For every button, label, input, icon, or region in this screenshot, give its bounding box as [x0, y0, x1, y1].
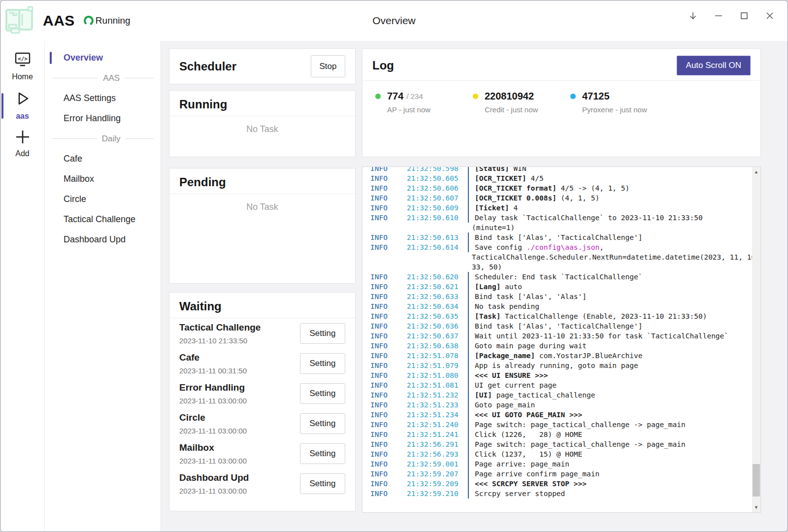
maximize-icon[interactable] — [731, 4, 757, 27]
log-line: INFO21:32:50.614Save config ./config\aas… — [366, 242, 760, 252]
log-message: Bind task ['Alas', 'Alas'] — [475, 292, 587, 301]
log-separator — [468, 203, 469, 213]
log-level: INFO — [366, 233, 407, 242]
log-line: INFO21:32:56.293Click (1237, 15) @ HOME — [366, 449, 760, 459]
log-separator — [468, 370, 469, 380]
log-message: Click (1237, 15) @ HOME — [475, 449, 582, 459]
log-message: <<< UI GOTO PAGE_MAIN >>> — [475, 410, 582, 420]
subnav-item-error-handling[interactable]: Error Handling — [45, 108, 161, 129]
log-level: INFO — [366, 301, 407, 311]
subnav-item-overview[interactable]: Overview — [45, 48, 161, 68]
log-level: INFO — [366, 213, 407, 223]
log-line: INFO21:32:59.207Page arrive confirm page… — [366, 469, 760, 479]
log-timestamp: 21:32:50.598 — [407, 166, 468, 173]
app-logo-icon — [4, 5, 36, 36]
subnav-item-cafe[interactable]: Cafe — [45, 149, 161, 169]
subnav-item-dashboard-upd[interactable]: Dashboard Upd — [45, 230, 161, 250]
auto-scroll-button[interactable]: Auto Scroll ON — [677, 56, 751, 75]
log-line: INFO21:32:51.081UI get current page — [366, 380, 760, 390]
waiting-title: Waiting — [179, 299, 222, 313]
running-card: Running No Task — [169, 90, 356, 157]
scroll-up-icon[interactable]: ▲ — [752, 168, 760, 176]
log-scrollbar[interactable]: ▲ ▼ — [752, 167, 760, 512]
waiting-task-time: 2023-11-11 03:00:00 — [179, 397, 300, 405]
log-timestamp: 21:32:50.621 — [407, 282, 468, 292]
log-timestamp: 21:32:50.614 — [407, 242, 468, 252]
subnav-item-tactical-challenge[interactable]: Tactical Challenge — [45, 209, 161, 230]
log-timestamp: 21:32:50.605 — [407, 173, 468, 183]
log-separator — [468, 331, 469, 341]
code-monitor-icon: </> — [14, 52, 32, 69]
log-line: INFO21:32:50.635[Task] TacticalChallenge… — [366, 311, 760, 321]
log-level: INFO — [366, 183, 407, 193]
rail-item-aas[interactable]: aas — [0, 86, 44, 126]
log-line: (minute=1) — [366, 223, 760, 233]
subnav-item-mailbox[interactable]: Mailbox — [45, 169, 161, 189]
scrollbar-thumb[interactable] — [753, 464, 760, 497]
log-line: TacticalChallenge.Scheduler.NextRun=date… — [366, 252, 760, 262]
setting-button[interactable]: Setting — [300, 323, 345, 344]
log-line: INFO21:32:51.241Click (1226, 28) @ HOME — [366, 430, 760, 439]
log-level: INFO — [366, 292, 407, 301]
log-message: No task pending — [475, 301, 539, 311]
log-line: INFO21:32:51.079App is already running, … — [366, 361, 760, 370]
log-message: Bind task ['Alas', 'TacticalChallenge'] — [475, 233, 642, 242]
log-title: Log — [372, 59, 677, 72]
log-timestamp: 21:32:50.635 — [407, 311, 468, 321]
rail-item-home[interactable]: </> Home — [0, 48, 44, 86]
log-separator — [468, 173, 469, 183]
log-timestamp: 21:32:51.080 — [407, 370, 468, 380]
rail-item-label: Add — [15, 149, 29, 158]
log-separator — [468, 213, 469, 223]
log-separator — [468, 459, 469, 469]
log-line: INFO21:32:51.240Page switch: page_tactic… — [366, 420, 760, 430]
log-line: INFO21:32:59.210Scrcpy server stopped — [366, 489, 760, 499]
log-level: INFO — [366, 380, 407, 390]
log-timestamp: 21:32:51.232 — [407, 390, 468, 400]
log-line: INFO21:32:50.638Goto main page during wa… — [366, 341, 760, 351]
subnav: OverviewAASAAS SettingsError HandlingDai… — [44, 41, 161, 532]
log-stats: 774 / 234 AP - just now 220810942 Credit… — [362, 81, 760, 114]
stop-button[interactable]: Stop — [311, 55, 345, 77]
log-timestamp: 21:32:50.638 — [407, 341, 468, 351]
log-message: Wait until 2023-11-10 21:33:50 for task … — [475, 331, 728, 341]
scroll-down-icon[interactable]: ▼ — [752, 503, 760, 511]
log-message: [Ticket] 4 — [475, 203, 518, 213]
log-level: INFO — [366, 430, 407, 439]
log-message: [UI] page_tactical_challenge — [475, 390, 595, 400]
setting-button[interactable]: Setting — [300, 443, 345, 464]
log-separator — [468, 311, 469, 321]
waiting-task-row: Circle2023-11-11 03:00:00Setting — [169, 408, 355, 438]
waiting-task-time: 2023-11-10 21:33:50 — [179, 336, 300, 345]
setting-button[interactable]: Setting — [300, 473, 345, 494]
log-timestamp: 21:32:51.240 — [407, 420, 468, 430]
log-timestamp: 21:32:50.637 — [407, 331, 468, 341]
log-separator — [468, 272, 469, 282]
play-icon — [14, 90, 31, 109]
log-level: INFO — [366, 242, 407, 252]
pending-empty-text: No Task — [169, 194, 355, 212]
stat-ap: 774 / 234 AP - just now — [375, 91, 473, 114]
log-level: INFO — [366, 390, 407, 400]
waiting-task-name: Mailbox — [179, 442, 300, 453]
log-line: INFO21:32:50.598[Status] WIN — [366, 166, 760, 173]
scheduler-status-text: Running — [96, 15, 131, 26]
setting-button[interactable]: Setting — [300, 413, 345, 434]
log-level: INFO — [366, 439, 407, 449]
plus-icon — [14, 130, 31, 146]
close-icon[interactable] — [757, 4, 783, 27]
minimize-icon[interactable] — [706, 4, 731, 27]
setting-button[interactable]: Setting — [300, 383, 345, 404]
pending-card: Pending No Task — [169, 168, 356, 284]
log-message: Page switch: page_tactical_challenge -> … — [475, 439, 686, 449]
log-line: INFO21:32:50.607[OCR_TICKET 0.008s] (4, … — [366, 193, 760, 203]
setting-button[interactable]: Setting — [300, 353, 345, 374]
log-timestamp: 21:32:51.233 — [407, 400, 468, 410]
log-message: App is already running, goto main page — [475, 361, 638, 370]
waiting-task-name: Tactical Challenge — [179, 322, 300, 333]
subnav-item-circle[interactable]: Circle — [45, 189, 161, 209]
rail-item-add[interactable]: Add — [0, 126, 44, 163]
download-icon[interactable] — [680, 4, 706, 27]
subnav-item-aas-settings[interactable]: AAS Settings — [45, 88, 161, 108]
stat-label: AP - just now — [387, 105, 473, 114]
